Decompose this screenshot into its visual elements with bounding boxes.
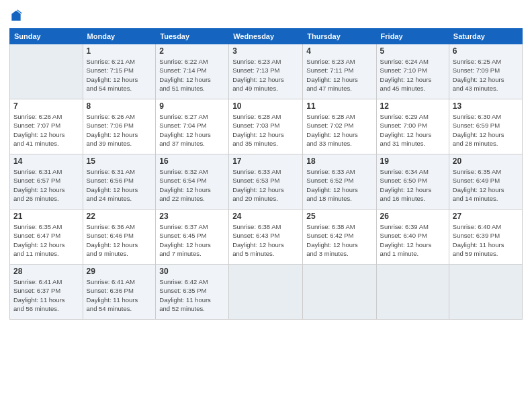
day-info: Sunrise: 6:28 AM Sunset: 7:02 PM Dayligh… (306, 112, 372, 148)
day-info: Sunrise: 6:27 AM Sunset: 7:04 PM Dayligh… (159, 112, 225, 148)
day-number: 17 (232, 156, 299, 166)
week-row-4: 21Sunrise: 6:35 AM Sunset: 6:47 PM Dayli… (10, 210, 523, 265)
day-cell: 19Sunrise: 6:34 AM Sunset: 6:50 PM Dayli… (376, 154, 449, 210)
day-cell: 25Sunrise: 6:38 AM Sunset: 6:42 PM Dayli… (303, 210, 376, 265)
day-number: 3 (232, 46, 299, 56)
header (9, 7, 523, 23)
weekday-header-sunday: Sunday (10, 29, 83, 44)
day-number: 20 (453, 156, 519, 166)
day-info: Sunrise: 6:41 AM Sunset: 6:37 PM Dayligh… (13, 277, 79, 313)
day-number: 30 (159, 267, 225, 276)
day-cell: 12Sunrise: 6:29 AM Sunset: 7:00 PM Dayli… (376, 99, 449, 154)
day-cell: 24Sunrise: 6:38 AM Sunset: 6:43 PM Dayli… (229, 210, 303, 265)
svg-marker-0 (11, 11, 20, 21)
day-cell: 26Sunrise: 6:39 AM Sunset: 6:40 PM Dayli… (376, 210, 449, 265)
week-row-3: 14Sunrise: 6:31 AM Sunset: 6:57 PM Dayli… (10, 154, 523, 210)
day-info: Sunrise: 6:39 AM Sunset: 6:40 PM Dayligh… (380, 222, 445, 258)
day-number: 28 (13, 267, 79, 276)
day-number: 25 (306, 212, 372, 221)
day-info: Sunrise: 6:34 AM Sunset: 6:50 PM Dayligh… (380, 167, 445, 203)
day-info: Sunrise: 6:33 AM Sunset: 6:52 PM Dayligh… (306, 167, 372, 203)
day-info: Sunrise: 6:25 AM Sunset: 7:09 PM Dayligh… (453, 57, 519, 93)
weekday-header-friday: Friday (376, 29, 449, 44)
weekday-header-saturday: Saturday (449, 29, 522, 44)
day-info: Sunrise: 6:35 AM Sunset: 6:49 PM Dayligh… (453, 167, 519, 203)
day-cell: 9Sunrise: 6:27 AM Sunset: 7:04 PM Daylig… (156, 99, 229, 154)
day-number: 14 (13, 156, 79, 166)
day-cell: 28Sunrise: 6:41 AM Sunset: 6:37 PM Dayli… (10, 265, 83, 320)
day-number: 1 (87, 46, 152, 56)
week-row-1: 1Sunrise: 6:21 AM Sunset: 7:15 PM Daylig… (10, 44, 523, 99)
day-cell: 13Sunrise: 6:30 AM Sunset: 6:59 PM Dayli… (449, 99, 522, 154)
day-info: Sunrise: 6:37 AM Sunset: 6:45 PM Dayligh… (159, 222, 225, 258)
day-cell: 1Sunrise: 6:21 AM Sunset: 7:15 PM Daylig… (83, 44, 156, 99)
day-info: Sunrise: 6:23 AM Sunset: 7:11 PM Dayligh… (306, 57, 372, 93)
day-info: Sunrise: 6:40 AM Sunset: 6:39 PM Dayligh… (453, 222, 519, 258)
day-info: Sunrise: 6:24 AM Sunset: 7:10 PM Dayligh… (380, 57, 445, 93)
day-cell: 20Sunrise: 6:35 AM Sunset: 6:49 PM Dayli… (449, 154, 522, 210)
day-cell: 14Sunrise: 6:31 AM Sunset: 6:57 PM Dayli… (10, 154, 83, 210)
weekday-header-monday: Monday (83, 29, 156, 44)
day-number: 29 (87, 267, 152, 276)
day-info: Sunrise: 6:28 AM Sunset: 7:03 PM Dayligh… (232, 112, 299, 148)
day-number: 2 (159, 46, 225, 56)
day-cell: 7Sunrise: 6:26 AM Sunset: 7:07 PM Daylig… (10, 99, 83, 154)
day-number: 23 (159, 212, 225, 221)
day-number: 18 (306, 156, 372, 166)
day-number: 24 (232, 212, 299, 221)
day-number: 19 (380, 156, 445, 166)
day-cell (229, 265, 303, 320)
day-number: 7 (13, 101, 79, 111)
day-cell (303, 265, 376, 320)
weekday-header-row: SundayMondayTuesdayWednesdayThursdayFrid… (10, 29, 523, 44)
logo-icon (9, 9, 23, 23)
day-number: 26 (380, 212, 445, 221)
day-cell: 10Sunrise: 6:28 AM Sunset: 7:03 PM Dayli… (229, 99, 303, 154)
day-info: Sunrise: 6:31 AM Sunset: 6:57 PM Dayligh… (13, 167, 79, 203)
day-cell: 17Sunrise: 6:33 AM Sunset: 6:53 PM Dayli… (229, 154, 303, 210)
weekday-header-tuesday: Tuesday (156, 29, 229, 44)
day-cell (376, 265, 449, 320)
day-cell: 6Sunrise: 6:25 AM Sunset: 7:09 PM Daylig… (449, 44, 522, 99)
day-info: Sunrise: 6:42 AM Sunset: 6:35 PM Dayligh… (159, 277, 225, 313)
day-number: 11 (306, 101, 372, 111)
day-cell: 22Sunrise: 6:36 AM Sunset: 6:46 PM Dayli… (83, 210, 156, 265)
day-cell: 3Sunrise: 6:23 AM Sunset: 7:13 PM Daylig… (229, 44, 303, 99)
day-number: 13 (453, 101, 519, 111)
day-cell: 27Sunrise: 6:40 AM Sunset: 6:39 PM Dayli… (449, 210, 522, 265)
day-number: 4 (306, 46, 372, 56)
day-info: Sunrise: 6:29 AM Sunset: 7:00 PM Dayligh… (380, 112, 445, 148)
day-cell (449, 265, 522, 320)
day-info: Sunrise: 6:36 AM Sunset: 6:46 PM Dayligh… (87, 222, 152, 258)
day-number: 8 (87, 101, 152, 111)
day-info: Sunrise: 6:38 AM Sunset: 6:43 PM Dayligh… (232, 222, 299, 258)
day-number: 12 (380, 101, 445, 111)
weekday-header-wednesday: Wednesday (229, 29, 303, 44)
day-info: Sunrise: 6:21 AM Sunset: 7:15 PM Dayligh… (87, 57, 152, 93)
weekday-header-thursday: Thursday (303, 29, 376, 44)
day-cell: 29Sunrise: 6:41 AM Sunset: 6:36 PM Dayli… (83, 265, 156, 320)
day-cell: 15Sunrise: 6:31 AM Sunset: 6:56 PM Dayli… (83, 154, 156, 210)
day-cell: 2Sunrise: 6:22 AM Sunset: 7:14 PM Daylig… (156, 44, 229, 99)
week-row-5: 28Sunrise: 6:41 AM Sunset: 6:37 PM Dayli… (10, 265, 523, 320)
day-cell: 23Sunrise: 6:37 AM Sunset: 6:45 PM Dayli… (156, 210, 229, 265)
day-info: Sunrise: 6:41 AM Sunset: 6:36 PM Dayligh… (87, 277, 152, 313)
day-info: Sunrise: 6:26 AM Sunset: 7:06 PM Dayligh… (87, 112, 152, 148)
day-info: Sunrise: 6:30 AM Sunset: 6:59 PM Dayligh… (453, 112, 519, 148)
day-info: Sunrise: 6:23 AM Sunset: 7:13 PM Dayligh… (232, 57, 299, 93)
day-number: 22 (87, 212, 152, 221)
day-number: 10 (232, 101, 299, 111)
day-info: Sunrise: 6:35 AM Sunset: 6:47 PM Dayligh… (13, 222, 79, 258)
day-number: 27 (453, 212, 519, 221)
calendar: SundayMondayTuesdayWednesdayThursdayFrid… (9, 28, 523, 320)
day-info: Sunrise: 6:26 AM Sunset: 7:07 PM Dayligh… (13, 112, 79, 148)
day-info: Sunrise: 6:38 AM Sunset: 6:42 PM Dayligh… (306, 222, 372, 258)
day-number: 16 (159, 156, 225, 166)
day-info: Sunrise: 6:33 AM Sunset: 6:53 PM Dayligh… (232, 167, 299, 203)
day-cell: 30Sunrise: 6:42 AM Sunset: 6:35 PM Dayli… (156, 265, 229, 320)
day-cell: 16Sunrise: 6:32 AM Sunset: 6:54 PM Dayli… (156, 154, 229, 210)
day-cell: 5Sunrise: 6:24 AM Sunset: 7:10 PM Daylig… (376, 44, 449, 99)
day-cell: 11Sunrise: 6:28 AM Sunset: 7:02 PM Dayli… (303, 99, 376, 154)
day-cell: 4Sunrise: 6:23 AM Sunset: 7:11 PM Daylig… (303, 44, 376, 99)
week-row-2: 7Sunrise: 6:26 AM Sunset: 7:07 PM Daylig… (10, 99, 523, 154)
